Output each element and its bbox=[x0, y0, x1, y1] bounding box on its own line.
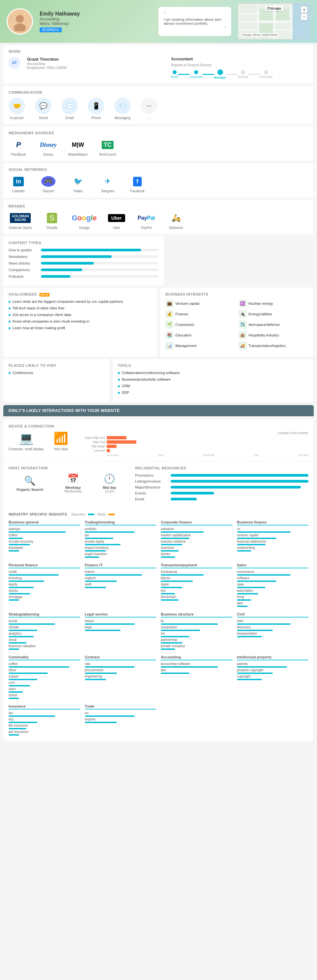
hospitality-icon: 🏨 bbox=[239, 331, 247, 339]
inf-label-promotions: Promotions bbox=[135, 473, 168, 477]
paypal-icon: PayPal bbox=[138, 215, 155, 221]
logo-marketwatch: M|W MarketWatch bbox=[68, 138, 88, 156]
bullet-icon bbox=[9, 327, 11, 329]
business-interests-section: BUSINESS INTERESTS 💼 Venture capital 💰 F… bbox=[160, 288, 314, 357]
disney-logo: Disney bbox=[40, 142, 57, 148]
cat-label-ipo: ipo bbox=[85, 533, 157, 537]
discord-label: Discord bbox=[38, 189, 58, 193]
cat-item-equity-pf: equity bbox=[9, 582, 80, 588]
email-icon: ✉️ bbox=[61, 98, 78, 114]
industry-insights-section: INDUSTRY SPECIFIC INSIGHTS Searches View… bbox=[3, 508, 314, 741]
cat-bar-corporation bbox=[161, 630, 200, 631]
inf-label-listings: Listings/reviews bbox=[135, 479, 168, 483]
cat-item-transportation-c: transportation bbox=[237, 632, 309, 637]
cat-label-erp-ins: erp bbox=[9, 718, 80, 721]
cat-item-biz-val: business valuation bbox=[9, 644, 80, 650]
cat-bar-engineering bbox=[85, 679, 106, 680]
cat-bar-lawyer bbox=[85, 624, 135, 625]
logo-telegram: ✈ Telegram bbox=[98, 175, 118, 193]
content-goals-row: CONTENT TYPES How-to guides Newsletters … bbox=[3, 236, 314, 286]
handshake-icon: 🤝 bbox=[9, 98, 25, 114]
first-interaction-title: FIRST INTERACTION bbox=[9, 466, 124, 470]
cat-item-accsoftware: accounting software bbox=[161, 662, 232, 668]
cat-label-partnership: partnership bbox=[161, 638, 232, 641]
comm-label-inperson: In person bbox=[9, 116, 25, 120]
management-icon: 📊 bbox=[165, 342, 173, 350]
cat-bar-patents bbox=[237, 666, 287, 668]
cat-label-bitcoin: bitcoin bbox=[161, 576, 232, 580]
inf-email: Email bbox=[135, 497, 308, 501]
tools-section: TOOLS Collaboration/conferencing softwar… bbox=[113, 359, 314, 402]
conn-label-mid: Mid range bbox=[78, 445, 105, 448]
goals-section: GOALS/NEEDS BETA Learn what are the bigg… bbox=[3, 288, 157, 357]
interaction-influential-row: FIRST INTERACTION 🔍 Organic Search 📅 Wee… bbox=[3, 461, 314, 508]
int-organic-search: 🔍 Organic Search bbox=[16, 475, 43, 492]
cat-item-blockchain: blockchain bbox=[161, 595, 232, 601]
comm-label-social: Social bbox=[35, 116, 51, 120]
cat-bar-startups bbox=[9, 531, 66, 533]
clock-icon: 🕛 bbox=[103, 473, 116, 484]
cat-label-llc: llc bbox=[161, 619, 232, 623]
avatar bbox=[6, 8, 33, 35]
conn-row-low: Low end bbox=[78, 449, 308, 452]
cat-item-fintech: fintech bbox=[85, 570, 157, 576]
paypal-label: PayPal bbox=[136, 226, 156, 229]
google-icon: Google bbox=[72, 214, 97, 222]
logo-disney: Disney Disney bbox=[38, 138, 58, 156]
cat-label-climate: climate bbox=[9, 625, 80, 629]
nuclear-icon: ⚛️ bbox=[239, 299, 247, 307]
goal-2: Tell tech stack of other sites free bbox=[9, 306, 152, 310]
more-icon: ••• bbox=[141, 98, 157, 114]
cat-biz-structure: Business structure llc corporation inc p… bbox=[161, 612, 232, 651]
logo-discord: 🎮 Discord bbox=[38, 175, 58, 193]
cat-item-copyright: copyright bbox=[237, 675, 309, 680]
interest-aerospace: ✈️ Aerospace/defense bbox=[239, 321, 309, 329]
cat-bar-legal bbox=[85, 630, 120, 631]
cat-accounting: Accounting accounting software abc bbox=[161, 655, 232, 700]
cat-bar-nickel bbox=[9, 698, 19, 699]
cat-label-corn: corn bbox=[9, 681, 80, 684]
cat-item-climate: climate bbox=[9, 625, 80, 631]
bullet-icon bbox=[9, 372, 11, 374]
influential-resources-section: INFLUENTIAL RESOURCES Promotions Listing… bbox=[130, 461, 314, 508]
map-zoom-out[interactable]: − bbox=[301, 14, 307, 20]
industry-insights-title: INDUSTRY SPECIFIC INSIGHTS bbox=[9, 512, 67, 516]
cat-bar-abc bbox=[161, 673, 189, 674]
seniority-track: Entry Associate Manager Director bbox=[171, 70, 308, 79]
comm-item-phone: 📱 Phone bbox=[88, 98, 104, 120]
cat-title-business-general: Business general bbox=[9, 520, 80, 525]
interest-venture: 💼 Venture capital bbox=[165, 299, 235, 307]
interest-label-transport: Transportation/logistics bbox=[249, 344, 286, 348]
cat-bar-underwriting bbox=[237, 550, 251, 552]
cat-corporate-finance: Corporate finance valuation market capit… bbox=[161, 520, 232, 558]
profile-quote: " I am seeking information about sam alt… bbox=[158, 7, 231, 36]
cat-label-cloud: cloud bbox=[9, 638, 80, 641]
cat-item-corporation: corporation bbox=[161, 625, 232, 631]
cat-bar-erp-ins bbox=[9, 722, 37, 723]
cat-bar-exports bbox=[85, 722, 117, 723]
interest-col-2: ⚛️ Nuclear energy 🔌 Energy/utilities ✈️ … bbox=[239, 299, 309, 352]
interest-label-education: Education bbox=[175, 333, 192, 337]
cat-bar-copper bbox=[9, 679, 37, 680]
cat-bar-stars bbox=[9, 691, 23, 693]
media-sources-section: MEDIA/NEWS SOURCES P PitchBook Disney Di… bbox=[3, 126, 314, 161]
int-sub-weekday: Wednesday bbox=[64, 490, 82, 493]
interest-label-finance: Finance bbox=[175, 312, 188, 316]
bar-label-howto: How-to guides bbox=[9, 248, 38, 252]
cat-bar-nda bbox=[85, 666, 135, 668]
energy-icon: 🔌 bbox=[239, 310, 247, 318]
cat-bar-valuation bbox=[161, 531, 204, 533]
cat-bar-ecommerce bbox=[237, 574, 291, 576]
cat-label-corporation: corporation bbox=[161, 625, 232, 629]
tool-2: Business/productivity software bbox=[118, 377, 308, 381]
cat-item-nda: nda bbox=[85, 662, 157, 668]
cat-label-apis: apis bbox=[237, 601, 309, 605]
cat-label-investing-pf: investing bbox=[9, 576, 80, 580]
bullet-icon bbox=[9, 321, 11, 323]
cat-label-valuation: valuation bbox=[161, 527, 232, 531]
interest-management: 📊 Management bbox=[165, 342, 235, 350]
map-zoom-in[interactable]: + bbox=[301, 6, 307, 13]
cat-bar-vc bbox=[237, 531, 291, 533]
inf-bar-promotions bbox=[171, 474, 308, 477]
place-conferences: Conferences bbox=[9, 371, 104, 375]
